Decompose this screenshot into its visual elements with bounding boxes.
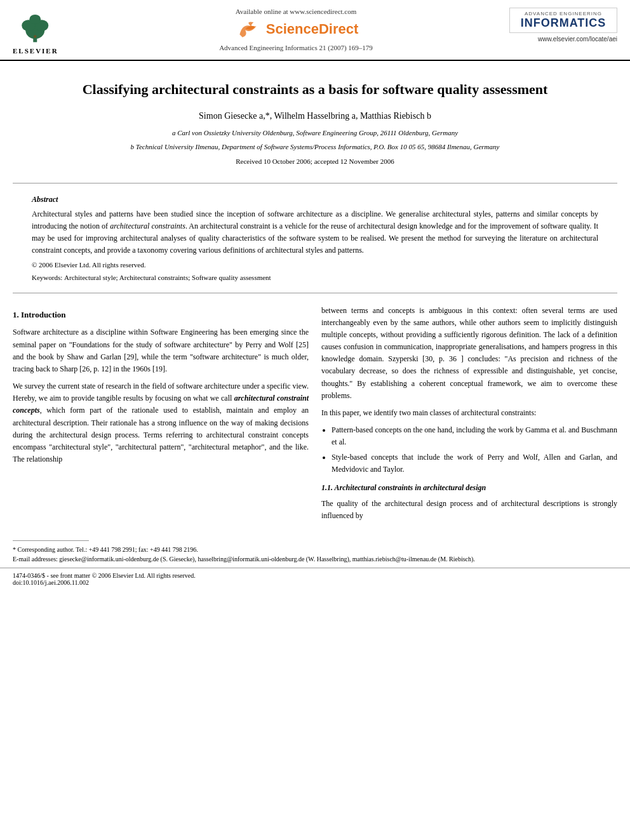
email2: hasselbring@informatik.uni-oldenburg.de bbox=[198, 556, 304, 563]
elsevier-wordmark: ELSEVIER bbox=[13, 47, 58, 55]
elsevier-logo-area: ELSEVIER bbox=[13, 8, 89, 55]
keywords-label: Keywords: bbox=[32, 274, 62, 281]
bullet-item-1: Pattern-based concepts on the one hand, … bbox=[332, 424, 617, 448]
email-label: E-mail addresses: bbox=[13, 556, 58, 563]
aei-informatics-label: INFORMATICS bbox=[515, 17, 612, 30]
section1-right-para2: In this paper, we identify two main clas… bbox=[321, 407, 617, 419]
sciencedirect-logo: ScienceDirect bbox=[234, 18, 359, 40]
email-addresses-note: E-mail addresses: giesecke@informatik.un… bbox=[13, 554, 617, 564]
affiliation-b: b Technical University Ilmenau, Departme… bbox=[38, 142, 592, 152]
bullet-item-2: Style-based concepts that include the wo… bbox=[332, 451, 617, 476]
aei-advanced-label: ADVANCED ENGINEERING bbox=[515, 11, 612, 17]
abstract-divider bbox=[13, 293, 617, 293]
email2-name: (W. Hasselbring), bbox=[306, 556, 351, 563]
section1-right-para3: The quality of the architectural design … bbox=[321, 498, 617, 522]
page-header: ELSEVIER Available online at www.science… bbox=[0, 0, 630, 61]
email3-name: (M. Riebisch). bbox=[438, 556, 475, 563]
footnote-divider bbox=[13, 540, 89, 541]
architectural-classes-list: Pattern-based concepts on the one hand, … bbox=[332, 424, 617, 476]
body-section: 1. Introduction Software architecture as… bbox=[0, 298, 630, 534]
section1-para2: We survey the current state of research … bbox=[13, 380, 309, 465]
abstract-text: Architectural styles and patterns have b… bbox=[32, 208, 598, 257]
paper-title: Classifying architectural constraints as… bbox=[38, 80, 592, 100]
authors: Simon Giesecke a,*, Wilhelm Hasselbring … bbox=[38, 111, 592, 121]
section1-para1: Software architecture as a discipline wi… bbox=[13, 326, 309, 375]
sciencedirect-text: ScienceDirect bbox=[266, 21, 359, 37]
section1-right-para1: between terms and concepts is ambiguous … bbox=[321, 305, 617, 403]
abstract-heading: Abstract bbox=[32, 195, 598, 204]
issn-text: 1474-0346/$ - see front matter © 2006 El… bbox=[13, 572, 617, 579]
right-column: between terms and concepts is ambiguous … bbox=[321, 305, 617, 528]
svg-point-4 bbox=[29, 15, 41, 24]
elsevier-logo: ELSEVIER bbox=[13, 8, 58, 55]
subsection-1-1-heading: 1.1. Architectural constraints in archit… bbox=[321, 482, 617, 494]
footnotes-section: * Corresponding author. Tel.: +49 441 79… bbox=[0, 545, 630, 568]
copyright-text: © 2006 Elsevier Ltd. All rights reserved… bbox=[32, 261, 598, 269]
keywords-text: Keywords: Architectural style; Architect… bbox=[32, 274, 598, 281]
title-divider bbox=[13, 183, 617, 183]
footer-section: 1474-0346/$ - see front matter © 2006 El… bbox=[0, 568, 630, 590]
sciencedirect-area: Available online at www.sciencedirect.co… bbox=[89, 8, 503, 51]
left-column: 1. Introduction Software architecture as… bbox=[13, 305, 309, 528]
title-section: Classifying architectural constraints as… bbox=[0, 61, 630, 178]
doi-text: doi:10.1016/j.aei.2006.11.002 bbox=[13, 579, 617, 586]
keywords-values: Architectural style; Architectural const… bbox=[64, 274, 271, 281]
corresponding-author-note: * Corresponding author. Tel.: +49 441 79… bbox=[13, 545, 617, 554]
affiliation-a: a Carl von Ossietzky University Oldenbur… bbox=[38, 128, 592, 138]
journal-url: www.elsevier.com/locate/aei bbox=[538, 36, 617, 43]
elsevier-tree-icon bbox=[17, 8, 55, 46]
svg-point-5 bbox=[34, 35, 37, 38]
journal-header-text: Advanced Engineering Informatics 21 (200… bbox=[219, 44, 373, 51]
journal-brand-area: ADVANCED ENGINEERING INFORMATICS www.els… bbox=[503, 8, 617, 43]
sd-bird-icon bbox=[234, 18, 262, 40]
abstract-section: Abstract Architectural styles and patter… bbox=[0, 189, 630, 288]
available-online-text: Available online at www.sciencedirect.co… bbox=[236, 8, 357, 15]
aei-brand-box: ADVANCED ENGINEERING INFORMATICS bbox=[509, 8, 617, 33]
received-date: Received 10 October 2006; accepted 12 No… bbox=[38, 157, 592, 165]
email3: matthias.riebisch@tu-ilmenau.de bbox=[352, 556, 437, 563]
section1-heading: 1. Introduction bbox=[13, 309, 309, 322]
email1: giesecke@informatik.uni-oldenburg.de bbox=[59, 556, 159, 563]
email1-name: (S. Giesecke), bbox=[161, 556, 196, 563]
